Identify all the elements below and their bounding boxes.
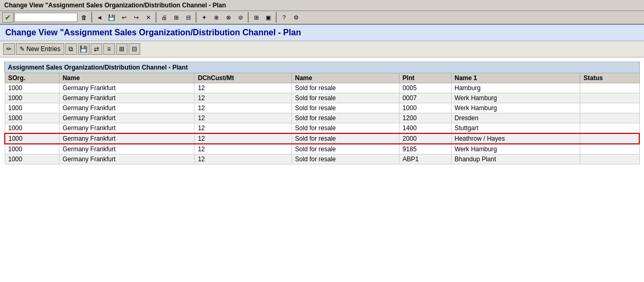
col-header-plnt: Plnt: [399, 73, 451, 83]
star1-icon[interactable]: ✦: [198, 12, 210, 23]
cell-name2: Sold for resale: [291, 93, 399, 103]
new-entries-button[interactable]: ✎ New Entries: [16, 43, 64, 55]
cell-plnt: 0005: [399, 83, 451, 93]
checkmark-button[interactable]: ✔: [2, 12, 14, 23]
screen-icon[interactable]: ▣: [262, 12, 274, 23]
cell-name: Germany Frankfurt: [59, 154, 194, 164]
cell-plnt: 0007: [399, 93, 451, 103]
cell-sorg: 1000: [5, 154, 59, 164]
table-row[interactable]: 1000Germany Frankfurt12Sold for resale14…: [5, 123, 639, 134]
cell-dchcust: 12: [194, 113, 291, 123]
cell-name: Germany Frankfurt: [59, 123, 194, 134]
toolbar-input[interactable]: [14, 13, 77, 22]
table-row[interactable]: 1000Germany Frankfurt12Sold for resale10…: [5, 103, 639, 113]
print-icon[interactable]: 🖨: [158, 12, 170, 23]
cell-sorg: 1000: [5, 133, 59, 144]
cell-name2: Sold for resale: [291, 103, 399, 113]
separator-3: [196, 12, 197, 23]
cancel-icon[interactable]: ✕: [142, 12, 154, 23]
help-icon[interactable]: ?: [278, 12, 290, 23]
find1-icon[interactable]: ⊞: [170, 12, 182, 23]
cell-name1: Dresden: [451, 113, 580, 123]
cell-plnt: 9185: [399, 144, 451, 154]
page-title: Change View "Assignment Sales Organizati…: [0, 25, 644, 41]
new-entries-icon: ✎: [19, 45, 25, 53]
cell-name: Germany Frankfurt: [59, 93, 194, 103]
star2-icon[interactable]: ⊕: [210, 12, 222, 23]
cell-status: [580, 154, 639, 164]
cell-plnt: 1200: [399, 113, 451, 123]
star3-icon[interactable]: ⊗: [222, 12, 234, 23]
cell-name: Germany Frankfurt: [59, 144, 194, 154]
cell-dchcust: 12: [194, 144, 291, 154]
table-row[interactable]: 1000Germany Frankfurt12Sold for resale91…: [5, 144, 639, 154]
col-header-dchcust: DChCust/Mt: [194, 73, 291, 83]
cell-dchcust: 12: [194, 154, 291, 164]
cell-status: [580, 144, 639, 154]
arrows-button[interactable]: ⇄: [91, 43, 102, 55]
cell-status: [580, 123, 639, 134]
cell-name: Germany Frankfurt: [59, 113, 194, 123]
col-header-name2: Name: [291, 73, 399, 83]
table-section: Assignment Sales Organization/Distributi…: [0, 57, 644, 164]
table-section-label: Assignment Sales Organization/Distributi…: [4, 62, 640, 73]
cell-status: [580, 83, 639, 93]
cell-dchcust: 12: [194, 83, 291, 93]
cell-status: [580, 93, 639, 103]
copy-button[interactable]: ⧉: [65, 43, 77, 55]
table-row[interactable]: 1000Germany Frankfurt12Sold for resale12…: [5, 113, 639, 123]
save-icon[interactable]: 💾: [106, 12, 118, 23]
table-row[interactable]: 1000Germany Frankfurt12Sold for resale00…: [5, 83, 639, 93]
table-row[interactable]: 1000Germany Frankfurt12Sold for resale00…: [5, 93, 639, 103]
main-toolbar: ✔ 🗑 ◄ 💾 ↩ ↪ ✕ 🖨 ⊞ ⊟ ✦ ⊕ ⊗ ⊘ ⊞ ▣ ? ⚙: [0, 11, 644, 25]
action-toolbar: ✏ ✎ New Entries ⧉ 💾 ⇄ ≡ ⊞ ⊟: [0, 41, 644, 57]
export-button[interactable]: ⊟: [129, 43, 140, 55]
settings-icon[interactable]: ⚙: [290, 12, 302, 23]
cell-status: [580, 113, 639, 123]
cell-name1: Bhandup Plant: [451, 154, 580, 164]
cell-sorg: 1000: [5, 123, 59, 134]
cell-status: [580, 133, 639, 144]
table-row[interactable]: 1000Germany Frankfurt12Sold for resaleAB…: [5, 154, 639, 164]
table-header-row: SOrg.NameDChCust/MtNamePlntName 1Status: [5, 73, 639, 83]
cell-name1: Werk Hamburg: [451, 144, 580, 154]
undo-icon[interactable]: ↩: [118, 12, 130, 23]
cell-dchcust: 12: [194, 133, 291, 144]
cell-dchcust: 12: [194, 93, 291, 103]
star4-icon[interactable]: ⊘: [235, 12, 246, 23]
cell-name2: Sold for resale: [291, 154, 399, 164]
cell-name2: Sold for resale: [291, 133, 399, 144]
cell-sorg: 1000: [5, 113, 59, 123]
list-button[interactable]: ≡: [103, 43, 115, 55]
cell-plnt: 2000: [399, 133, 451, 144]
cell-name2: Sold for resale: [291, 83, 399, 93]
table-row[interactable]: 1000Germany Frankfurt12Sold for resale20…: [5, 133, 639, 144]
cell-dchcust: 12: [194, 123, 291, 134]
separator-4: [248, 12, 249, 23]
redo-icon[interactable]: ↪: [130, 12, 142, 23]
col-header-status: Status: [580, 73, 639, 83]
cell-sorg: 1000: [5, 103, 59, 113]
separator-1: [91, 12, 92, 23]
cell-plnt: ABP1: [399, 154, 451, 164]
cell-plnt: 1400: [399, 123, 451, 134]
back-icon[interactable]: ◄: [94, 12, 105, 23]
cell-name1: Werk Hamburg: [451, 103, 580, 113]
find2-icon[interactable]: ⊟: [182, 12, 194, 23]
cell-name1: Heathrow / Hayes: [451, 133, 580, 144]
new-entries-label: New Entries: [26, 45, 61, 53]
cell-name: Germany Frankfurt: [59, 83, 194, 93]
cell-name2: Sold for resale: [291, 123, 399, 134]
save-row-button[interactable]: 💾: [78, 43, 90, 55]
cell-name2: Sold for resale: [291, 113, 399, 123]
cell-name1: Werk Hamburg: [451, 93, 580, 103]
pencil-button[interactable]: ✏: [3, 43, 15, 55]
grid-icon[interactable]: ⊞: [250, 12, 262, 23]
cell-plnt: 1000: [399, 103, 451, 113]
delete-icon[interactable]: 🗑: [78, 12, 90, 23]
cell-name1: Stuttgart: [451, 123, 580, 134]
cell-sorg: 1000: [5, 83, 59, 93]
col-header-name1: Name 1: [451, 73, 580, 83]
grid-action-button[interactable]: ⊞: [116, 43, 128, 55]
cell-sorg: 1000: [5, 144, 59, 154]
